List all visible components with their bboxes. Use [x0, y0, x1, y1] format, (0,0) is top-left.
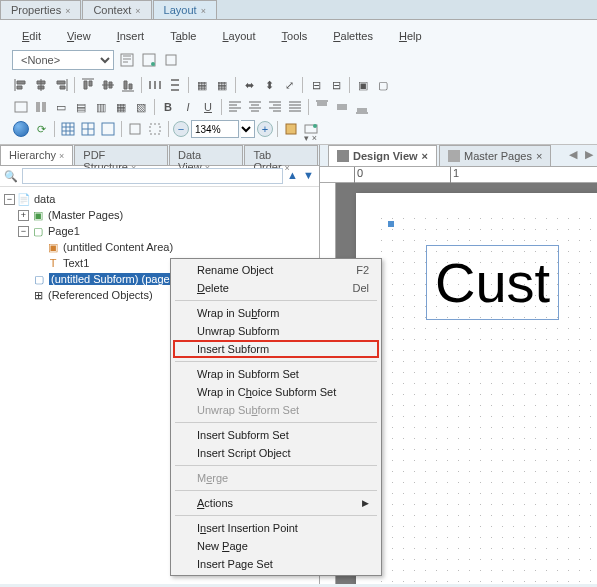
zoom-out-icon[interactable]: − — [173, 121, 189, 137]
menu-insert-page-set[interactable]: Insert Page Set — [173, 555, 379, 573]
page[interactable]: Cust — [356, 193, 597, 584]
font-icon-1[interactable] — [12, 98, 30, 116]
search-icon[interactable]: 🔍 — [4, 170, 18, 183]
search-up-icon[interactable]: ▲ — [287, 169, 299, 183]
grid-icon-3[interactable] — [99, 120, 117, 138]
grid-icon-2[interactable] — [79, 120, 97, 138]
tab-tab-order[interactable]: Tab Order× — [244, 145, 318, 165]
tree-node-content-area[interactable]: ▣(untitled Content Area) — [2, 239, 317, 255]
tree-node-page1[interactable]: −▢Page1 — [2, 223, 317, 239]
tree-node-master-pages[interactable]: +▣(Master Pages) — [2, 207, 317, 223]
text-align-left-icon[interactable] — [226, 98, 244, 116]
menu-unwrap-subform[interactable]: Unwrap Subform — [173, 322, 379, 340]
menu-insert[interactable]: Insert — [117, 30, 145, 42]
tab-context[interactable]: Context× — [82, 0, 151, 19]
font-icon-7[interactable]: ▧ — [132, 98, 150, 116]
tab-pdf-structure[interactable]: PDF Structure× — [74, 145, 168, 165]
snap-icon-1[interactable] — [126, 120, 144, 138]
tab-data-view[interactable]: Data View× — [169, 145, 243, 165]
menu-wrap-subform[interactable]: Wrap in Subform — [173, 304, 379, 322]
font-icon-6[interactable]: ▦ — [112, 98, 130, 116]
close-icon[interactable]: × — [536, 150, 542, 162]
align-right-icon[interactable] — [52, 76, 70, 94]
tab-properties[interactable]: Properties× — [0, 0, 81, 19]
center-v-icon[interactable]: ⊟ — [327, 76, 345, 94]
menu-insert-subform[interactable]: Insert Subform — [173, 340, 379, 358]
search-down-icon[interactable]: ▼ — [303, 169, 315, 183]
menu-insert-insertion-point[interactable]: Insert Insertion Point — [173, 519, 379, 537]
size-icon-1[interactable]: ⬌ — [240, 76, 258, 94]
globe-icon[interactable] — [12, 120, 30, 138]
distribute-h-icon[interactable] — [146, 76, 164, 94]
valign-top-icon[interactable] — [313, 98, 331, 116]
collapse-icon[interactable]: − — [18, 226, 29, 237]
align-middle-icon[interactable] — [99, 76, 117, 94]
menu-tools[interactable]: Tools — [282, 30, 308, 42]
close-icon[interactable]: × — [59, 151, 64, 161]
tab-layout[interactable]: Layout× — [153, 0, 217, 19]
spacing-icon-2[interactable]: ▦ — [213, 76, 231, 94]
text-align-right-icon[interactable] — [266, 98, 284, 116]
menu-wrap-choice-subform-set[interactable]: Wrap in Choice Subform Set — [173, 383, 379, 401]
menu-actions[interactable]: Actions▶ — [173, 494, 379, 512]
text-object[interactable]: Cust — [426, 245, 559, 320]
hierarchy-search-input[interactable] — [22, 168, 283, 184]
snap-icon-2[interactable] — [146, 120, 164, 138]
align-top-icon[interactable] — [79, 76, 97, 94]
menu-view[interactable]: View — [67, 30, 91, 42]
align-center-h-icon[interactable] — [32, 76, 50, 94]
valign-bottom-icon[interactable] — [353, 98, 371, 116]
font-icon-4[interactable]: ▤ — [72, 98, 90, 116]
menu-wrap-subform-set[interactable]: Wrap in Subform Set — [173, 365, 379, 383]
align-left-icon[interactable] — [12, 76, 30, 94]
close-icon[interactable]: × — [65, 6, 70, 16]
grid-icon-1[interactable] — [59, 120, 77, 138]
tab-scroll-left-icon[interactable]: ◀ — [565, 145, 581, 166]
menu-edit[interactable]: EEditdit — [22, 30, 41, 42]
style-icon-2[interactable] — [140, 51, 158, 69]
selection-handle-icon[interactable] — [388, 221, 394, 227]
ungroup-icon[interactable]: ▢ — [374, 76, 392, 94]
text-align-center-icon[interactable] — [246, 98, 264, 116]
zoom-select[interactable] — [241, 120, 255, 138]
menu-insert-script-object[interactable]: Insert Script Object — [173, 444, 379, 462]
tab-master-pages[interactable]: Master Pages× — [439, 145, 551, 166]
text-align-justify-icon[interactable] — [286, 98, 304, 116]
tab-hierarchy[interactable]: Hierarchy× — [0, 145, 73, 165]
menu-table[interactable]: Table — [170, 30, 196, 42]
center-h-icon[interactable]: ⊟ — [307, 76, 325, 94]
close-icon[interactable]: × — [201, 6, 206, 16]
close-icon[interactable]: × — [135, 6, 140, 16]
tab-scroll-right-icon[interactable]: ▶ — [581, 145, 597, 166]
font-icon-2[interactable] — [32, 98, 50, 116]
zoom-in-icon[interactable]: + — [257, 121, 273, 137]
panel-menu-icon[interactable]: ▾ × — [304, 133, 317, 143]
underline-icon[interactable]: U — [199, 98, 217, 116]
font-icon-3[interactable]: ▭ — [52, 98, 70, 116]
valign-middle-icon[interactable] — [333, 98, 351, 116]
size-icon-2[interactable]: ⬍ — [260, 76, 278, 94]
expand-icon[interactable]: + — [18, 210, 29, 221]
group-icon[interactable]: ▣ — [354, 76, 372, 94]
close-icon[interactable]: × — [422, 150, 428, 162]
menu-new-page[interactable]: New Page — [173, 537, 379, 555]
tree-node-root[interactable]: −📄data — [2, 191, 317, 207]
style-icon-3[interactable] — [162, 51, 180, 69]
menu-delete[interactable]: DeleteDel — [173, 279, 379, 297]
view-icon-1[interactable] — [282, 120, 300, 138]
menu-layout[interactable]: Layout — [222, 30, 255, 42]
menu-palettes[interactable]: Palettes — [333, 30, 373, 42]
style-select[interactable]: <None> — [12, 50, 114, 70]
distribute-v-icon[interactable] — [166, 76, 184, 94]
align-bottom-icon[interactable] — [119, 76, 137, 94]
zoom-input[interactable] — [191, 120, 239, 138]
collapse-icon[interactable]: − — [4, 194, 15, 205]
menu-insert-subform-set[interactable]: Insert Subform Set — [173, 426, 379, 444]
font-icon-5[interactable]: ▥ — [92, 98, 110, 116]
size-icon-3[interactable]: ⤢ — [280, 76, 298, 94]
refresh-icon[interactable]: ⟳ — [32, 120, 50, 138]
tab-design-view[interactable]: Design View× — [328, 145, 437, 166]
style-icon-1[interactable] — [118, 51, 136, 69]
bold-icon[interactable]: B — [159, 98, 177, 116]
menu-help[interactable]: Help — [399, 30, 422, 42]
